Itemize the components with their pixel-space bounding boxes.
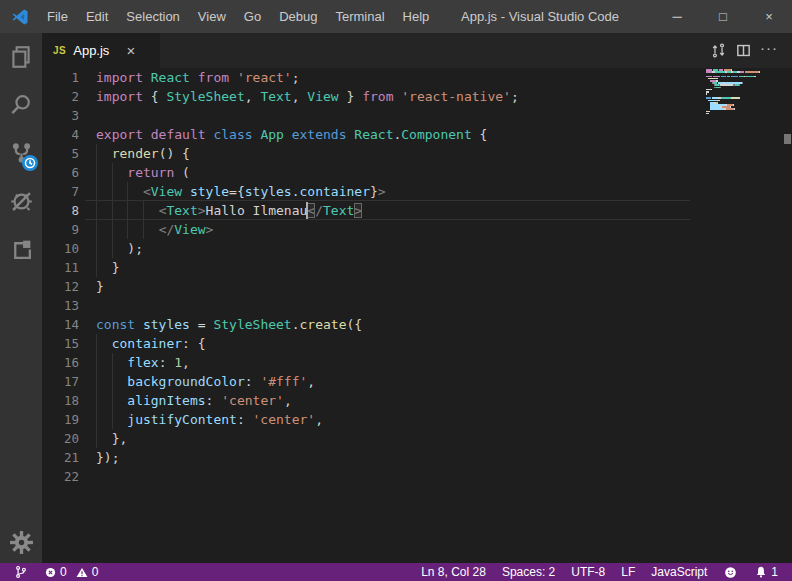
line-number: 2 [42,87,96,106]
indentation-status[interactable]: Spaces: 2 [498,563,559,581]
feedback-button[interactable] [719,563,742,581]
encoding-status[interactable]: UTF-8 [567,563,609,581]
code-token: : [237,412,253,427]
code-token [135,317,143,332]
extensions-icon [9,237,34,262]
indent-guide [112,220,113,239]
editor-pane[interactable]: 1import React from 'react';2import { Sty… [42,68,792,563]
cursor-position-status[interactable]: Ln 8, Col 28 [417,563,490,581]
code-line[interactable]: 11 } [42,258,792,277]
code-token: 1 [174,355,182,370]
code-token: container [112,336,182,351]
code-token: flex [127,355,158,370]
menu-go[interactable]: Go [235,0,270,33]
errors-icon [44,566,57,579]
maximize-button[interactable]: □ [700,0,746,33]
close-tab-icon[interactable]: × [126,43,135,58]
code-line[interactable]: 18 alignItems: 'center', [42,391,792,410]
explorer-button[interactable] [0,33,42,81]
code-token [182,184,190,199]
code-line[interactable]: 9 </View> [42,220,792,239]
code-line[interactable]: 16 flex: 1, [42,353,792,372]
line-number: 22 [42,467,96,486]
code-line[interactable]: 22 [42,467,792,486]
code-line[interactable]: 13 [42,296,792,315]
code-line[interactable]: 3 [42,106,792,125]
notifications-button[interactable]: 1 [750,563,782,581]
code-line[interactable]: 8 <Text>Hallo Ilmenau</Text> [42,201,792,220]
indent-guide [112,163,113,182]
code-token: App [260,127,283,142]
code-token: > [198,203,206,218]
line-number: 19 [42,410,96,429]
code-line[interactable]: 21}); [42,448,792,467]
source-control-status[interactable] [10,563,32,581]
line-number: 9 [42,220,96,239]
code-token: Component [401,127,471,142]
code-line[interactable]: 19 justifyContent: 'center', [42,410,792,429]
manage-button[interactable] [0,530,42,555]
minimize-button[interactable]: ─ [654,0,700,33]
code-line[interactable]: 5 render() { [42,144,792,163]
menu-view[interactable]: View [189,0,235,33]
code-line[interactable]: 10 ); [42,239,792,258]
menu-file[interactable]: File [38,0,77,33]
indent-guide [112,353,113,372]
search-button[interactable] [0,81,42,129]
code-line[interactable]: 6 return ( [42,163,792,182]
source-control-button[interactable] [0,129,42,177]
eol-status[interactable]: LF [617,563,639,581]
code-line[interactable]: 14const styles = StyleSheet.create({ [42,315,792,334]
split-editor-icon[interactable] [735,42,752,59]
menu-help[interactable]: Help [394,0,439,33]
code-token: : { [182,336,205,351]
code-line[interactable]: 20 }, [42,429,792,448]
code-token [284,127,292,142]
close-window-button[interactable]: × [746,0,792,33]
code-line[interactable]: 4export default class App extends React.… [42,125,792,144]
menu-edit[interactable]: Edit [77,0,117,33]
code-token: } [339,89,362,104]
menu-selection[interactable]: Selection [117,0,188,33]
menu-debug[interactable]: Debug [270,0,326,33]
code-token: , [182,355,190,370]
more-actions-icon[interactable]: ··· [760,39,778,62]
code-line[interactable]: 17 backgroundColor: '#fff', [42,372,792,391]
menu-terminal[interactable]: Terminal [326,0,393,33]
code-line[interactable]: 2import { StyleSheet, Text, View } from … [42,87,792,106]
code-line[interactable]: 1import React from 'react'; [42,68,792,87]
tab-appjs[interactable]: JS App.js × [42,33,160,68]
indent-guide [96,220,97,239]
open-changes-icon[interactable] [710,42,727,59]
code-line[interactable]: 12} [42,277,792,296]
tab-bar: JS App.js × ··· [42,33,792,68]
indent-guide [96,201,97,220]
code-token: : [245,374,261,389]
explorer-icon [8,44,34,70]
indent-guide [112,239,113,258]
code-token: = [190,317,213,332]
code-line[interactable]: 7 <View style={styles.container}> [42,182,792,201]
code-token: 'react' [237,70,292,85]
code-token: ; [292,70,300,85]
minimap[interactable] [706,69,763,117]
code-token: Hallo Ilmenau [206,203,308,218]
code-token: Text [260,89,291,104]
code-token: } [96,260,119,275]
code-token: 'react-native' [401,89,511,104]
line-number: 10 [42,239,96,258]
code-token [96,146,112,161]
code-line[interactable]: 15 container: { [42,334,792,353]
line-number: 20 [42,429,96,448]
code-token: from [362,89,393,104]
code-token: StyleSheet [213,317,291,332]
indent-guide [96,410,97,429]
code-token: render [112,146,159,161]
debug-icon [8,188,35,215]
problems-status[interactable]: 0 0 [40,563,102,581]
line-number: 21 [42,448,96,467]
language-mode-status[interactable]: JavaScript [647,563,711,581]
debug-button[interactable] [0,177,42,225]
extensions-button[interactable] [0,225,42,273]
indent-guide [96,163,97,182]
